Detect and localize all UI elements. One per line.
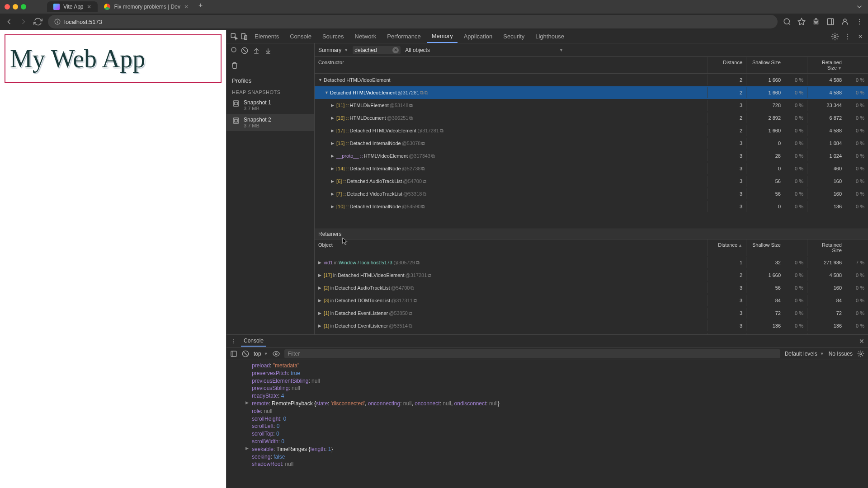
issues-label[interactable]: No Issues	[829, 351, 853, 357]
table-row[interactable]: ▶__proto__ :: HTMLVideoElement @317343 ⧉…	[315, 150, 868, 162]
device-toolbar-icon[interactable]	[240, 33, 248, 41]
constructor-table[interactable]: Constructor Distance Shallow Size Retain…	[315, 57, 868, 229]
window-close-button[interactable]	[5, 4, 10, 9]
tree-expand-icon[interactable]: ▶	[318, 286, 323, 290]
tab-security[interactable]: Security	[499, 30, 529, 42]
close-icon[interactable]: ✕	[856, 33, 864, 41]
tree-expand-icon[interactable]: ▼	[318, 78, 323, 82]
console-line[interactable]: previousElementSibling: null	[226, 377, 868, 385]
inspect-element-icon[interactable]	[230, 33, 238, 41]
extensions-icon[interactable]	[812, 18, 820, 26]
tab-performance[interactable]: Performance	[382, 30, 425, 42]
zoom-icon[interactable]	[783, 18, 791, 26]
class-filter-input[interactable]	[354, 47, 391, 53]
tree-expand-icon[interactable]: ▶	[331, 179, 335, 183]
console-line[interactable]: ▶remote: RemotePlayback {state: 'disconn…	[226, 400, 868, 408]
table-row[interactable]: ▶[16] :: HTMLDocument @306251 ⧉22 8920 %…	[315, 112, 868, 124]
retainers-table[interactable]: Object Distance▲ Shallow Size Retained S…	[315, 239, 868, 334]
console-line[interactable]: preservesPitch: true	[226, 370, 868, 377]
col-distance[interactable]: Distance	[708, 57, 746, 73]
clear-console-icon[interactable]	[242, 350, 249, 357]
table-row[interactable]: ▼Detached HTMLVideoElement21 6600 %4 588…	[315, 74, 868, 86]
kebab-menu-icon[interactable]	[230, 338, 236, 344]
close-drawer-icon[interactable]: ✕	[859, 338, 864, 345]
gc-icon[interactable]	[231, 62, 238, 69]
col-distance[interactable]: Distance▲	[708, 239, 746, 256]
gear-icon[interactable]	[831, 33, 839, 41]
console-line[interactable]: seeking: false	[226, 453, 868, 461]
tree-expand-icon[interactable]: ▶	[331, 128, 335, 133]
tab-network[interactable]: Network	[350, 30, 381, 42]
tab-lighthouse[interactable]: Lighthouse	[531, 30, 569, 42]
log-levels-dropdown[interactable]: Default levels ▼	[785, 351, 824, 357]
gear-icon[interactable]	[857, 350, 864, 357]
table-row[interactable]: ▶[11] :: HTMLDivElement @53148 ⧉37280 %2…	[315, 99, 868, 112]
table-row[interactable]: ▶[14] :: Detached InternalNode @52738 ⧉3…	[315, 162, 868, 175]
tab-close-icon[interactable]: ✕	[87, 4, 91, 10]
tab-application[interactable]: Application	[459, 30, 497, 42]
kebab-menu-icon[interactable]	[855, 18, 863, 26]
tree-expand-icon[interactable]: ▶	[331, 116, 335, 120]
expand-arrow-icon[interactable]: ▶	[245, 446, 249, 451]
tab-elements[interactable]: Elements	[250, 30, 283, 42]
console-line[interactable]: preload: "metadata"	[226, 362, 868, 370]
tab-close-icon[interactable]: ✕	[184, 4, 189, 10]
tree-expand-icon[interactable]: ▶	[331, 154, 335, 158]
drawer-tab-console[interactable]: Console	[241, 336, 266, 347]
tree-expand-icon[interactable]: ▶	[331, 192, 335, 196]
console-line[interactable]: scrollHeight: 0	[226, 415, 868, 423]
table-row[interactable]: ▶[1] in Detached EventListener @53514 ⧉3…	[315, 319, 868, 332]
site-info-icon[interactable]	[54, 19, 61, 25]
table-row[interactable]: ▶[10] :: Detached InternalNode @54590 ⧉3…	[315, 200, 868, 213]
tree-expand-icon[interactable]: ▶	[331, 141, 335, 145]
console-filter-input[interactable]: Filter	[284, 349, 780, 358]
tree-expand-icon[interactable]: ▶	[318, 298, 323, 303]
browser-tab-devtools-docs[interactable]: Fix memory problems | Dev ✕	[98, 1, 194, 12]
table-row[interactable]: ▶[17] :: Detached HTMLVideoElement @3172…	[315, 124, 868, 137]
table-row[interactable]: ▶[1] in Detached EventListener @53850 ⧉3…	[315, 307, 868, 319]
console-line[interactable]: shadowRoot: null	[226, 460, 868, 468]
tab-memory[interactable]: Memory	[427, 30, 458, 43]
tree-expand-icon[interactable]: ▶	[318, 260, 323, 265]
new-tab-button[interactable]: +	[195, 1, 206, 12]
table-row[interactable]: ▶[15] :: Detached InternalNode @53078 ⧉3…	[315, 137, 868, 150]
snapshot-item[interactable]: Snapshot 23.7 MB	[226, 114, 314, 131]
console-output[interactable]: preload: "metadata"preservesPitch: truep…	[226, 360, 868, 488]
eye-icon[interactable]	[273, 350, 280, 357]
table-row[interactable]: ▶[7] :: Detached VideoTrackList @53318 ⧉…	[315, 188, 868, 200]
back-button[interactable]	[5, 17, 14, 26]
address-bar[interactable]: localhost:5173	[48, 15, 778, 28]
table-row[interactable]: ▶vid1 in Window / localhost:5173 @305729…	[315, 256, 868, 269]
console-line[interactable]: scrollTop: 0	[226, 430, 868, 438]
table-row[interactable]: ▼Detached HTMLVideoElement @317281 ⧉ ⧉21…	[315, 86, 868, 99]
reload-button[interactable]	[33, 17, 42, 26]
tree-expand-icon[interactable]: ▶	[318, 311, 323, 315]
col-shallow[interactable]: Shallow Size	[746, 239, 784, 256]
window-minimize-button[interactable]	[13, 4, 18, 9]
console-line[interactable]: readyState: 4	[226, 392, 868, 400]
col-object[interactable]: Object	[315, 239, 708, 256]
clear-icon[interactable]	[241, 47, 248, 54]
tree-expand-icon[interactable]: ▶	[331, 103, 335, 108]
snapshot-item[interactable]: Snapshot 13.7 MB	[226, 97, 314, 114]
tree-expand-icon[interactable]: ▶	[331, 166, 335, 171]
table-row[interactable]: ▶[3] in Detached DOMTokenList @317311 ⧉3…	[315, 294, 868, 307]
col-retained[interactable]: Retained Size▼	[807, 57, 845, 73]
profile-icon[interactable]	[841, 18, 849, 26]
table-row[interactable]: ▶[2] in Detached AudioTrackList @54700 ⧉…	[315, 282, 868, 294]
table-row[interactable]: ▶[17] in Detached HTMLVideoElement @3172…	[315, 269, 868, 282]
chevron-down-icon[interactable]	[855, 3, 863, 11]
console-line[interactable]: scrollWidth: 0	[226, 438, 868, 446]
download-icon[interactable]	[264, 47, 272, 54]
view-mode-dropdown[interactable]: Summary ▼	[318, 47, 348, 53]
tree-expand-icon[interactable]: ▼	[325, 90, 329, 95]
console-line[interactable]: scrollLeft: 0	[226, 422, 868, 430]
side-panel-icon[interactable]	[826, 18, 835, 26]
tree-expand-icon[interactable]: ▶	[331, 204, 335, 209]
tree-expand-icon[interactable]: ▶	[318, 273, 323, 277]
bookmark-icon[interactable]	[797, 18, 806, 26]
sidebar-toggle-icon[interactable]	[230, 350, 237, 357]
console-line[interactable]: role: null	[226, 408, 868, 415]
console-line[interactable]: ▶seekable: TimeRanges {length: 1}	[226, 446, 868, 453]
browser-tab-vite[interactable]: Vite App ✕	[47, 1, 98, 12]
